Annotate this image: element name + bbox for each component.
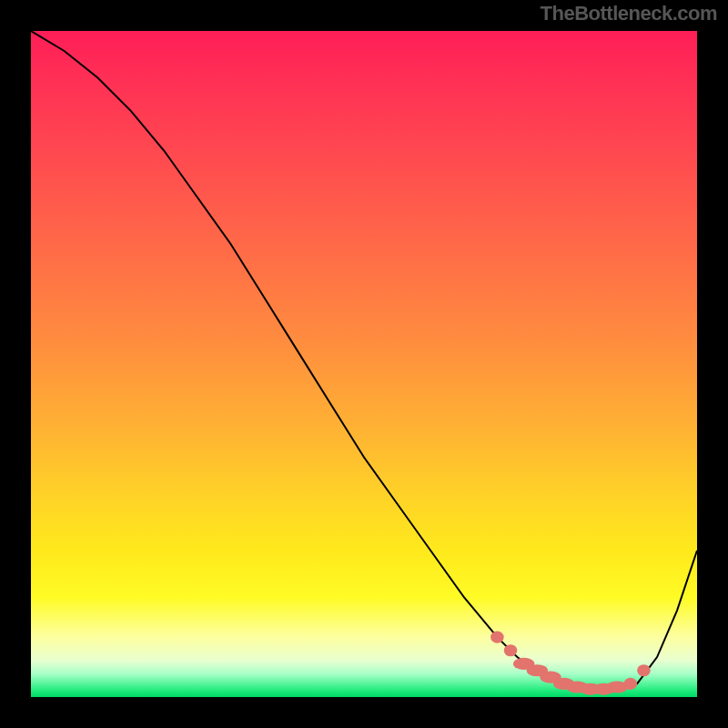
- chart-container: TheBottleneck.com: [0, 0, 728, 728]
- chart-svg: [31, 31, 697, 697]
- highlight-dot: [623, 678, 637, 690]
- highlight-dots: [490, 632, 651, 695]
- bottleneck-curve: [31, 31, 697, 691]
- highlight-dot: [504, 644, 518, 656]
- highlight-dot: [637, 664, 651, 676]
- attribution-text: TheBottleneck.com: [541, 2, 717, 25]
- highlight-dot: [490, 632, 504, 643]
